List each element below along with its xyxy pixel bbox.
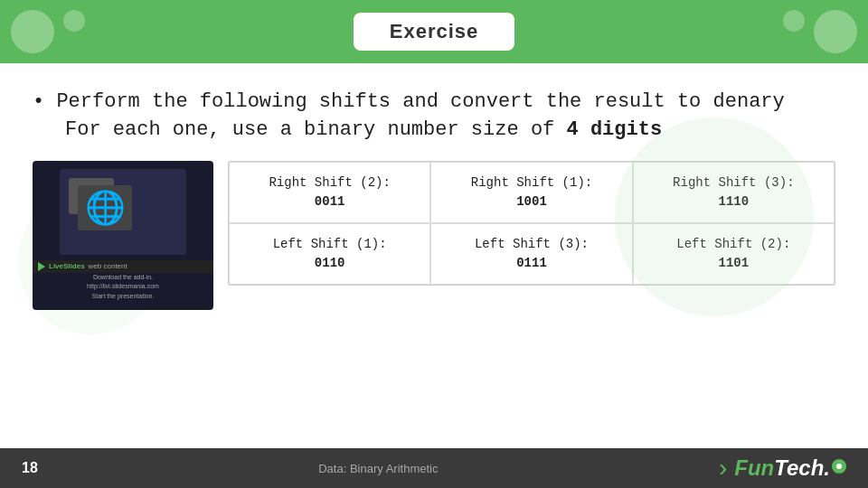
bottom-bar: 18 Data: Binary Arithmetic › Fun Tech . [0, 448, 868, 488]
cell-title-r2c1: Left Shift (1): [237, 235, 422, 254]
cell-value-r2c1: 0110 [237, 254, 422, 273]
photo-frame2: 🌐 [78, 185, 132, 230]
sub-line-prefix: For each one, use a binary number size o… [65, 118, 567, 141]
exercise-badge: Exercise [354, 13, 515, 51]
table-cell-r2c1: Left Shift (1): 0110 [229, 223, 430, 285]
funtech-period: . [824, 455, 830, 481]
corner-circle-tc-left [63, 10, 85, 32]
chevron-right-icon: › [719, 454, 727, 483]
thumbnail-links: Download the add-in. http://livi.slidesm… [87, 273, 159, 302]
funtech-fun-text: Fun [734, 455, 774, 481]
bottom-center-text: Data: Binary Arithmetic [318, 462, 438, 475]
corner-circle-tl [11, 10, 54, 53]
cell-title-r2c2: Left Shift (3): [439, 235, 624, 254]
table-cell-r1c2: Right Shift (1): 1001 [430, 162, 632, 223]
corner-circle-tr [814, 10, 857, 53]
liveslides-brand: LiveSlides [49, 262, 85, 270]
liveslides-text: web content [89, 262, 127, 270]
page-number: 18 [22, 460, 38, 476]
table-cell-r1c1: Right Shift (2): 0011 [229, 162, 430, 223]
funtech-tech-text: Tech [774, 455, 824, 481]
cell-value-r2c2: 0111 [439, 254, 624, 273]
top-bar: Exercise [0, 0, 868, 63]
thumbnail-inner: 🌐 [60, 169, 186, 255]
play-icon [38, 262, 45, 271]
globe-icon: 🌐 [85, 189, 126, 227]
main-content: • Perform the following shifts and conve… [0, 63, 868, 324]
liveslides-bar: LiveSlides web content [33, 260, 213, 273]
bullet-line: • Perform the following shifts and conve… [33, 89, 835, 117]
cell-value-r1c1: 0011 [237, 192, 422, 211]
sub-line-bold: 4 digits [567, 118, 663, 141]
bg-circle-right [615, 117, 814, 316]
corner-circle-tc-right [783, 10, 805, 32]
cell-value-r1c2: 1001 [439, 192, 624, 211]
liveslides-thumbnail: 🌐 LiveSlides web content Download the ad… [33, 161, 213, 310]
funtech-logo: › Fun Tech . [719, 454, 846, 483]
cell-title-r1c1: Right Shift (2): [237, 174, 422, 192]
funtech-dot-icon [832, 459, 846, 474]
table-cell-r2c2: Left Shift (3): 0111 [430, 223, 632, 285]
bullet-text: • Perform the following shifts and conve… [33, 89, 785, 117]
cell-title-r1c2: Right Shift (1): [439, 174, 624, 192]
